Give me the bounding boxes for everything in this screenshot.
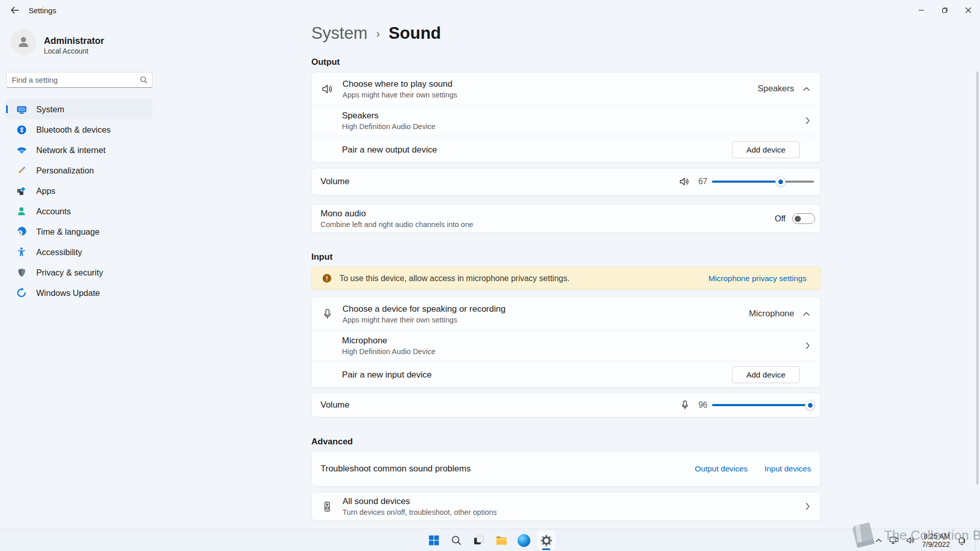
start-icon xyxy=(428,534,440,546)
sidebar-item-time-language[interactable]: Time & language xyxy=(6,221,153,242)
edge-button[interactable] xyxy=(513,530,534,550)
sidebar-item-label: Network & internet xyxy=(36,145,106,155)
chevron-right-icon xyxy=(805,117,810,124)
input-chooser-text: Choose a device for speaking or recordin… xyxy=(342,304,505,324)
sidebar-item-apps[interactable]: Apps xyxy=(6,181,153,201)
input-volume-label: Volume xyxy=(321,400,350,410)
task-view-icon xyxy=(473,534,485,546)
add-input-device-button[interactable]: Add device xyxy=(732,366,800,383)
network-icon xyxy=(15,144,28,156)
microphone-device-desc: High Definition Audio Device xyxy=(342,347,435,356)
search-input[interactable] xyxy=(7,76,140,84)
sidebar-item-system[interactable]: System xyxy=(6,99,153,119)
chevron-up-icon xyxy=(875,538,882,542)
banner-text: To use this device, allow access in micr… xyxy=(339,274,570,283)
sidebar-item-accessibility[interactable]: Accessibility xyxy=(6,242,153,262)
mono-audio-card: Mono audio Combine left and right audio … xyxy=(311,204,821,233)
bluetooth-icon xyxy=(15,123,28,136)
bell-dnd-icon xyxy=(957,535,967,546)
output-section-label: Output xyxy=(311,57,340,67)
task-view-button[interactable] xyxy=(469,530,489,550)
input-volume-slider[interactable] xyxy=(712,400,814,410)
pair-input-device-row: Pair a new input device Add device xyxy=(312,361,820,388)
sidebar-item-bluetooth-devices[interactable]: Bluetooth & devices xyxy=(6,119,153,140)
speaker-small-icon[interactable] xyxy=(678,176,691,188)
taskbar-center-icons xyxy=(424,529,556,551)
microphone-privacy-banner: ! To use this device, allow access in mi… xyxy=(311,267,821,290)
mono-audio-text: Mono audio Combine left and right audio … xyxy=(321,209,473,229)
input-device-select[interactable]: Microphone xyxy=(749,309,810,319)
file-explorer-button[interactable] xyxy=(491,530,511,550)
input-section-label: Input xyxy=(311,252,333,262)
chevron-right-icon xyxy=(805,342,810,349)
back-arrow-icon xyxy=(10,6,19,14)
microphone-privacy-settings-link[interactable]: Microphone privacy settings xyxy=(708,274,806,283)
hidden-icons-button[interactable] xyxy=(875,538,882,542)
microphone-small-icon[interactable] xyxy=(679,399,691,411)
sidebar-item-network-internet[interactable]: Network & internet xyxy=(6,140,153,160)
clock-date: 7/9/2022 xyxy=(922,540,950,548)
time-language-icon xyxy=(15,226,28,238)
settings-taskbar-button[interactable] xyxy=(536,530,556,550)
windows-update-icon xyxy=(15,287,28,299)
search-box[interactable] xyxy=(6,72,153,88)
sidebar-item-label: Accounts xyxy=(36,207,71,216)
titlebar: Settings xyxy=(0,0,980,20)
start-button[interactable] xyxy=(424,530,444,550)
slider-thumb[interactable] xyxy=(805,400,815,410)
settings-window: Settings Administrator Local Account xyxy=(0,0,980,551)
user-name: Administrator xyxy=(44,36,104,46)
restore-button[interactable] xyxy=(933,0,957,20)
all-sound-devices-row[interactable]: All sound devices Turn devices on/off, t… xyxy=(312,492,820,520)
sidebar-item-privacy-security[interactable]: Privacy & security xyxy=(6,262,153,283)
accessibility-icon xyxy=(15,246,28,258)
sidebar-item-personalization[interactable]: Personalization xyxy=(6,160,153,181)
all-sound-devices-card[interactable]: All sound devices Turn devices on/off, t… xyxy=(311,492,821,521)
advanced-section-label: Advanced xyxy=(311,437,353,447)
output-volume-label: Volume xyxy=(321,177,350,187)
show-desktop-button[interactable] xyxy=(975,529,977,551)
network-tray-button[interactable] xyxy=(889,535,899,545)
input-volume-row: Volume 96 xyxy=(312,393,820,417)
chevron-up-icon xyxy=(803,87,810,91)
avatar[interactable] xyxy=(11,29,36,55)
slider-thumb[interactable] xyxy=(775,177,786,187)
taskbar: 8:25 AM 7/9/2022 xyxy=(0,529,980,551)
input-devices-link[interactable]: Input devices xyxy=(765,464,811,473)
sidebar-item-label: System xyxy=(36,105,64,114)
sidebar-item-label: Bluetooth & devices xyxy=(36,125,111,135)
breadcrumb-parent[interactable]: System xyxy=(311,23,368,43)
mono-audio-toggle[interactable] xyxy=(792,213,815,224)
sidebar-item-accounts[interactable]: Accounts xyxy=(6,201,153,221)
mono-audio-subtitle: Combine left and right audio channels in… xyxy=(321,220,473,229)
search-icon xyxy=(451,535,462,546)
output-device-select[interactable]: Speakers xyxy=(757,84,810,94)
pair-input-label: Pair a new input device xyxy=(342,370,432,380)
speakers-device-text: Speakers High Definition Audio Device xyxy=(342,111,435,131)
input-device-chooser-row[interactable]: Choose a device for speaking or recordin… xyxy=(312,297,820,330)
output-devices-link[interactable]: Output devices xyxy=(695,464,747,473)
input-microphone-row[interactable]: Microphone High Definition Audio Device xyxy=(312,330,820,361)
sidebar-item-label: Personalization xyxy=(36,166,94,176)
close-button[interactable] xyxy=(957,0,980,20)
volume-tray-button[interactable] xyxy=(905,535,916,545)
add-output-device-button[interactable]: Add device xyxy=(732,141,800,158)
back-button[interactable] xyxy=(6,3,23,18)
user-account-type: Local Account xyxy=(44,47,88,55)
file-explorer-icon xyxy=(495,534,508,547)
taskbar-search-button[interactable] xyxy=(446,530,467,550)
pair-output-device-row: Pair a new output device Add device xyxy=(312,136,820,163)
sidebar-item-label: Accessibility xyxy=(36,247,82,257)
output-speakers-row[interactable]: Speakers High Definition Audio Device xyxy=(312,105,820,136)
output-device-chooser-row[interactable]: Choose where to play sound Apps might ha… xyxy=(312,72,820,105)
notifications-button[interactable] xyxy=(957,535,967,546)
window-controls xyxy=(910,0,980,20)
microphone-device-name: Microphone xyxy=(342,336,435,346)
output-volume-slider[interactable] xyxy=(712,177,814,187)
taskbar-clock[interactable]: 8:25 AM 7/9/2022 xyxy=(922,532,950,548)
minimize-button[interactable] xyxy=(910,0,933,20)
all-sound-devices-text: All sound devices Turn devices on/off, t… xyxy=(342,496,497,516)
vertical-scrollbar[interactable] xyxy=(976,71,978,485)
input-chooser-title: Choose a device for speaking or recordin… xyxy=(342,304,505,314)
sidebar-item-windows-update[interactable]: Windows Update xyxy=(6,283,153,303)
